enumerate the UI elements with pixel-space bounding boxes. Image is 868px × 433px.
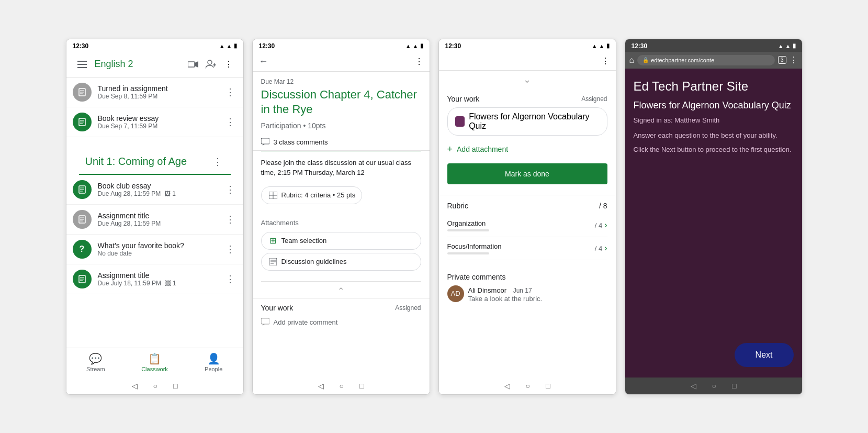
battery-icon: ▮ bbox=[606, 42, 610, 49]
rubric-chip[interactable]: Rubric: 4 criteria • 25 pts bbox=[261, 186, 363, 204]
phone2-android-nav: ◁ ○ □ bbox=[253, 378, 430, 394]
person-add-icon[interactable] bbox=[202, 56, 219, 73]
item-icon bbox=[73, 210, 92, 229]
wifi-icon: ▲ bbox=[219, 43, 225, 49]
scroll-hint-up: ⌃ bbox=[253, 284, 430, 298]
phone1-status-icons: ▲ ▲ ▮ bbox=[219, 42, 237, 49]
svg-rect-0 bbox=[77, 61, 87, 62]
comment-user: Ali Dinsmoor bbox=[468, 286, 507, 294]
list-item[interactable]: Assignment title Due Aug 28, 11:59 PM ⋮ bbox=[66, 205, 243, 235]
item-info: Assignment title Due July 18, 11:59 PM 🖼… bbox=[98, 271, 223, 287]
rubric-item-focus[interactable]: Focus/Information / 4 › bbox=[447, 237, 607, 260]
more-vert-icon[interactable]: ⋮ bbox=[601, 56, 610, 66]
list-item[interactable]: ? What's your favorite book? No due date… bbox=[66, 235, 243, 264]
phone1-app-bar: English 2 ⋮ bbox=[66, 52, 243, 77]
item-menu-icon[interactable]: ⋮ bbox=[223, 84, 237, 100]
phone4-status-bar: 12:30 ▲ ▲ ▮ bbox=[625, 39, 802, 52]
work-status: Assigned bbox=[581, 95, 607, 103]
recents-icon[interactable]: □ bbox=[546, 382, 550, 390]
wifi-icon: ▲ bbox=[778, 43, 784, 49]
attachments-label: Attachments bbox=[253, 213, 430, 230]
item-menu-icon[interactable]: ⋮ bbox=[223, 271, 237, 287]
list-item[interactable]: Turned in assignment Due Sep 8, 11:59 PM… bbox=[66, 77, 243, 107]
nav-people[interactable]: 👤 People bbox=[184, 348, 243, 378]
screenshot-container: 12:30 ▲ ▲ ▮ English 2 ⋮ bbox=[46, 18, 822, 416]
your-work-label: Your work bbox=[261, 304, 294, 312]
next-button[interactable]: Next bbox=[735, 343, 794, 367]
private-comments-section: Private comments AD Ali Dinsmoor Jun 17 … bbox=[439, 267, 616, 309]
comment-date: Jun 17 bbox=[513, 287, 532, 294]
item-menu-icon[interactable]: ⋮ bbox=[223, 182, 237, 197]
private-comments-label: Private comments bbox=[447, 273, 607, 281]
svg-rect-3 bbox=[188, 62, 195, 67]
add-comment-row[interactable]: Add private comment bbox=[253, 314, 430, 330]
instruction-1: Answer each question to the best of your… bbox=[634, 130, 794, 141]
nav-stream[interactable]: 💬 Stream bbox=[66, 348, 126, 378]
recents-icon[interactable]: □ bbox=[732, 382, 736, 390]
item-info: What's your favorite book? No due date bbox=[98, 241, 223, 257]
add-attachment-row[interactable]: + Add attachment bbox=[447, 140, 607, 159]
phone1-time: 12:30 bbox=[73, 42, 89, 50]
stream-icon: 💬 bbox=[89, 352, 102, 365]
svg-rect-36 bbox=[261, 318, 269, 324]
recents-icon[interactable]: □ bbox=[173, 382, 177, 390]
more-vert-icon[interactable]: ⋮ bbox=[415, 57, 423, 66]
phone3-status-icons: ▲ ▲ ▮ bbox=[592, 42, 610, 49]
discussion-guidelines-chip[interactable]: Discussion guidelines bbox=[261, 253, 421, 271]
item-menu-icon[interactable]: ⋮ bbox=[223, 212, 237, 227]
home-icon[interactable]: ○ bbox=[340, 382, 344, 390]
list-item[interactable]: Book club essay Due Aug 28, 11:59 PM 🖼 1… bbox=[66, 175, 243, 205]
back-icon[interactable]: ◁ bbox=[132, 382, 138, 390]
phone2-content: Due Mar 12 Discussion Chapter 4, Catcher… bbox=[253, 72, 430, 378]
nav-classwork[interactable]: 📋 Classwork bbox=[125, 348, 184, 378]
phone3-app-bar: ⋮ bbox=[439, 52, 616, 71]
list-item[interactable]: Assignment title Due July 18, 11:59 PM 🖼… bbox=[66, 264, 243, 294]
browser-url-bar[interactable]: 🔒 edtechpartner.com/conte bbox=[637, 55, 775, 65]
item-icon bbox=[73, 113, 92, 131]
back-icon[interactable]: ◁ bbox=[504, 382, 510, 390]
item-menu-icon[interactable]: ⋮ bbox=[223, 241, 237, 257]
signal-icon: ▲ bbox=[413, 43, 419, 49]
team-selection-chip[interactable]: ⊞ Team selection bbox=[261, 232, 421, 250]
phone-2: 12:30 ▲ ▲ ▮ ← ⋮ Due Mar 12 Discussion Ch… bbox=[252, 39, 430, 395]
rubric-score: / 4 bbox=[595, 245, 602, 252]
item-due: Due Sep 8, 11:59 PM bbox=[98, 93, 223, 100]
battery-icon: ▮ bbox=[234, 42, 237, 49]
phone-3: 12:30 ▲ ▲ ▮ ⋮ ⌄ Your work Assigned Flowe… bbox=[438, 39, 616, 395]
svg-rect-1 bbox=[77, 64, 87, 65]
attachment-chips: ⊞ Team selection Discussion guidelines bbox=[253, 232, 430, 279]
back-icon[interactable]: ◁ bbox=[691, 382, 696, 390]
back-button[interactable]: ← bbox=[259, 56, 268, 67]
comments-row: 3 class comments bbox=[253, 134, 430, 151]
url-text: edtechpartner.com/conte bbox=[651, 57, 714, 63]
chevron-right-icon: › bbox=[604, 243, 607, 253]
menu-icon[interactable] bbox=[74, 56, 91, 73]
item-title: Book review essay bbox=[98, 114, 223, 123]
section-menu-icon[interactable]: ⋮ bbox=[211, 154, 224, 170]
rubric-item-organization[interactable]: Organization / 4 › bbox=[447, 214, 607, 237]
rubric-total: / 8 bbox=[599, 202, 607, 210]
signal-icon: ▲ bbox=[599, 43, 605, 49]
home-icon[interactable]: ○ bbox=[712, 382, 716, 390]
classwork-label: Classwork bbox=[141, 366, 168, 372]
phone4-status-icons: ▲ ▲ ▮ bbox=[778, 42, 796, 49]
chevron-right-icon: › bbox=[604, 220, 607, 230]
phone3-android-nav: ◁ ○ □ bbox=[439, 378, 616, 394]
scroll-hint-top: ⌄ bbox=[439, 71, 616, 88]
vocab-quiz-chip[interactable]: Flowers for Algernon Vocabulary Quiz bbox=[447, 107, 607, 136]
comment-row: AD Ali Dinsmoor Jun 17 Take a look at th… bbox=[447, 285, 607, 303]
mark-done-button[interactable]: Mark as done bbox=[447, 163, 607, 184]
rubric-name: Organization bbox=[447, 219, 489, 227]
home-icon[interactable]: ⌂ bbox=[629, 55, 635, 65]
list-item[interactable]: Book review essay Due Sep 7, 11:59 PM ⋮ bbox=[66, 107, 243, 137]
more-vert-icon[interactable]: ⋮ bbox=[220, 56, 237, 73]
item-menu-icon[interactable]: ⋮ bbox=[223, 114, 237, 130]
home-icon[interactable]: ○ bbox=[153, 382, 157, 390]
browser-more-icon[interactable]: ⋮ bbox=[790, 55, 798, 65]
back-icon[interactable]: ◁ bbox=[318, 382, 324, 390]
score-bar bbox=[447, 229, 489, 231]
recents-icon[interactable]: □ bbox=[359, 382, 364, 390]
video-icon[interactable] bbox=[185, 56, 201, 73]
home-icon[interactable]: ○ bbox=[526, 382, 530, 390]
tab-count[interactable]: 3 bbox=[778, 56, 786, 64]
